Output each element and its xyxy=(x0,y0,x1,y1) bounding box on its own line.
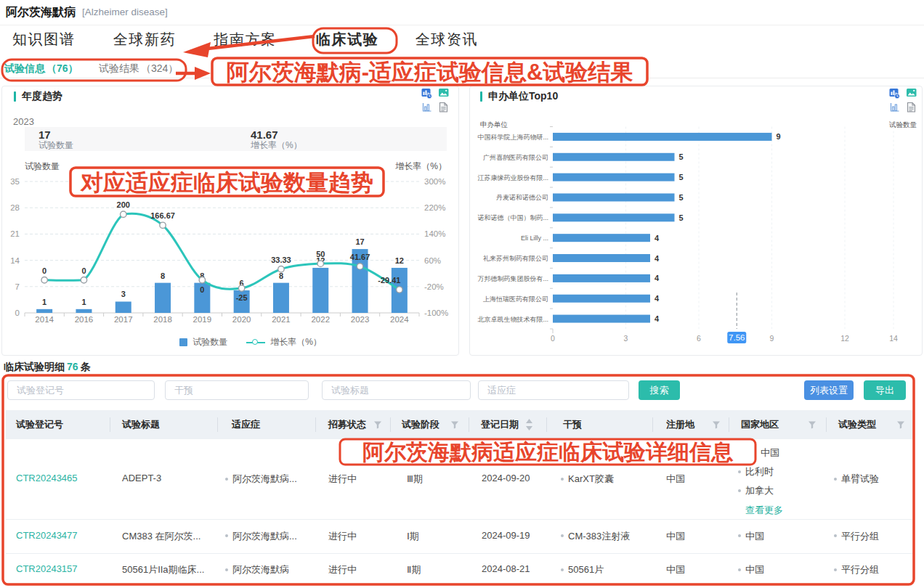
sponsor-bar[interactable] xyxy=(553,173,675,181)
sponsor-bar[interactable] xyxy=(553,153,675,161)
page-title: 阿尔茨海默病 xyxy=(6,5,76,20)
filter-icon[interactable] xyxy=(896,420,905,429)
cell-text: 中国 xyxy=(761,447,779,458)
svg-text:4: 4 xyxy=(654,254,660,263)
bar-2016[interactable] xyxy=(76,309,92,313)
column-header-9[interactable]: 国家地区 xyxy=(741,410,779,439)
subtab-1[interactable]: 试验信息（76） xyxy=(4,62,78,75)
trial-type: 平行分组 xyxy=(834,530,879,543)
svg-text:-29.41: -29.41 xyxy=(378,276,400,285)
sponsor-bar[interactable] xyxy=(553,234,650,242)
sponsor-label: 中国科学院上海药物研... xyxy=(477,134,548,141)
search-input-4[interactable] xyxy=(478,380,629,400)
search-input-2[interactable] xyxy=(165,380,309,400)
svg-text:200: 200 xyxy=(117,200,130,209)
bar-series: 1138868121712 xyxy=(36,237,408,313)
column-header-10[interactable]: 试验类型 xyxy=(838,410,876,439)
column-header-6[interactable]: 登记日期 xyxy=(481,410,519,439)
trial-registration: 中国 xyxy=(666,473,685,486)
bullet-icon xyxy=(834,568,837,571)
bullet-icon xyxy=(834,534,837,537)
search-button[interactable]: 搜索 xyxy=(639,380,680,400)
column-header-1[interactable]: 试验登记号 xyxy=(16,410,63,439)
trend-legend: 试验数量增长率（%） xyxy=(23,336,479,348)
column-header-8[interactable]: 注册地 xyxy=(666,410,694,439)
svg-text:9: 9 xyxy=(770,334,774,343)
legend-item-bars[interactable]: 试验数量 xyxy=(179,336,227,348)
svg-text:2017: 2017 xyxy=(114,315,133,324)
column-header-7[interactable]: 干预 xyxy=(563,410,582,439)
svg-text:0: 0 xyxy=(551,334,555,343)
filter-icon[interactable] xyxy=(450,420,459,429)
sponsor-label: 诺和诺德（中国）制药... xyxy=(477,214,548,221)
trial-registration: 中国 xyxy=(666,563,685,576)
sponsor-bar[interactable] xyxy=(553,133,772,141)
svg-text:14: 14 xyxy=(889,334,898,343)
svg-text:2021: 2021 xyxy=(272,315,291,324)
svg-text:166.67: 166.67 xyxy=(150,211,175,220)
sponsor-bar[interactable] xyxy=(553,213,675,221)
svg-text:12: 12 xyxy=(840,334,849,343)
trial-id-link[interactable]: CTR20243465 xyxy=(16,473,78,483)
nav-tab-2[interactable]: 全球新药 xyxy=(113,29,176,49)
table-count: 76 xyxy=(67,361,78,372)
filter-icon[interactable] xyxy=(373,420,382,429)
sponsor-bar[interactable] xyxy=(553,274,650,282)
export-button[interactable]: 导出 xyxy=(864,380,906,400)
svg-text:4: 4 xyxy=(654,314,660,323)
svg-text:5: 5 xyxy=(679,213,684,222)
search-input-3[interactable] xyxy=(322,380,471,400)
cell-text: 平行分组 xyxy=(841,531,879,542)
svg-text:17: 17 xyxy=(355,237,364,246)
column-header-3[interactable]: 适应症 xyxy=(232,410,260,439)
bar-2018[interactable] xyxy=(155,283,171,313)
bullet-icon xyxy=(225,568,228,571)
bar-2017[interactable] xyxy=(115,301,131,313)
legend-line-marker-icon xyxy=(252,339,258,345)
nav-tab-1[interactable]: 知识图谱 xyxy=(12,29,75,49)
page-subtitle: [Alzheimer disease] xyxy=(82,7,168,17)
sponsor-bar[interactable] xyxy=(553,315,650,323)
column-header-5[interactable]: 试验阶段 xyxy=(402,410,439,439)
nav-tab-4[interactable]: 临床试验 xyxy=(316,29,378,49)
sort-icon[interactable] xyxy=(525,419,533,430)
column-separator xyxy=(110,417,110,432)
annotation-callout-table: 阿尔茨海默病适应症临床试验详细信息 xyxy=(340,439,755,465)
subtab-2[interactable]: 试验结果（324） xyxy=(99,62,178,75)
filter-icon[interactable] xyxy=(712,420,721,429)
bar-2022[interactable] xyxy=(312,268,328,313)
search-input-1[interactable] xyxy=(7,380,155,400)
trial-id-link[interactable]: CTR20243157 xyxy=(16,563,78,574)
trial-indication: 阿尔茨海默病 xyxy=(225,563,289,576)
trial-id-link[interactable]: CTR20243477 xyxy=(16,530,78,541)
nav-tab-3[interactable]: 指南方案 xyxy=(214,29,276,49)
column-separator xyxy=(217,417,218,432)
sponsor-bar[interactable] xyxy=(553,193,675,201)
bar-2021[interactable] xyxy=(273,283,289,313)
view-more-link[interactable]: 查看更多 xyxy=(745,504,783,517)
trial-country: 比利时 xyxy=(738,465,774,478)
nav-tab-5[interactable]: 全球资讯 xyxy=(416,29,478,49)
trial-type: 单臂试验 xyxy=(834,473,879,486)
sponsor-label: 北京卓凯生物技术有限... xyxy=(477,316,548,323)
sponsor-label: 上海恒瑞医药有限公司 xyxy=(483,295,548,303)
bar-2014[interactable] xyxy=(36,309,52,313)
column-separator xyxy=(826,417,827,432)
filter-icon[interactable] xyxy=(808,420,816,429)
subtab-count: （76） xyxy=(46,62,78,74)
legend-line-swatch xyxy=(246,339,265,346)
cell-text: KarXT胶囊 xyxy=(568,473,614,484)
legend-item-line[interactable]: 增长率（%） xyxy=(246,336,322,348)
table-title-text: 临床试验明细 xyxy=(4,361,65,372)
sponsor-bar[interactable] xyxy=(553,295,650,303)
trial-type: 平行分组 xyxy=(834,563,879,576)
trend-panel: 年度趋势 2023 17 试验数量 41.67 增长率（%） 试验数量增长率（%… xyxy=(1,86,459,356)
column-header-2[interactable]: 试验标题 xyxy=(122,410,160,439)
trial-phase: Ⅱ期 xyxy=(407,563,421,576)
list-settings-button[interactable]: 列表设置 xyxy=(804,380,854,400)
sponsor-bar[interactable] xyxy=(553,254,650,262)
trial-date: 2024-08-21 xyxy=(482,563,530,574)
svg-text:5: 5 xyxy=(679,152,684,161)
column-header-4[interactable]: 招募状态 xyxy=(328,410,366,439)
bullet-icon xyxy=(738,489,741,492)
